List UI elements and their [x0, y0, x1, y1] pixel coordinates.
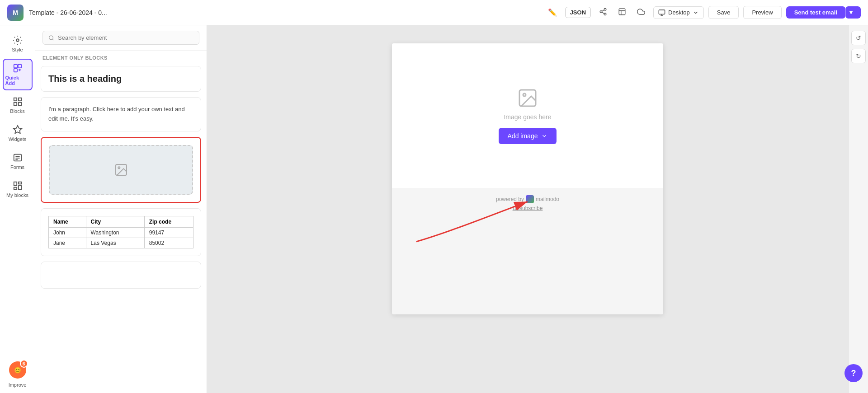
canvas-image-label: Image goes here	[504, 113, 551, 121]
table-cell: Las Vegas	[86, 238, 144, 248]
svg-rect-26	[14, 187, 16, 190]
svg-point-2	[604, 13, 606, 15]
device-selector[interactable]: Desktop	[653, 6, 704, 19]
image-placeholder-icon	[114, 163, 128, 177]
send-test-email-dropdown[interactable]: ▾	[845, 6, 861, 19]
table-header-zip: Zip code	[144, 216, 193, 227]
powered-by: powered by mailmodo	[399, 195, 656, 203]
improve-label: Improve	[9, 382, 27, 388]
sidebar-item-style[interactable]: Style	[3, 31, 33, 57]
blocks-icon	[13, 97, 23, 107]
table-row: John Washington 99147	[49, 227, 193, 238]
redo-button[interactable]: ↻	[851, 49, 866, 63]
svg-line-28	[52, 39, 53, 40]
unsubscribe-link[interactable]: Unsubscribe	[513, 205, 543, 211]
quick-add-icon	[13, 63, 23, 73]
table-block[interactable]: Name City Zip code John Washington 99147…	[41, 208, 201, 256]
share-button[interactable]	[596, 5, 610, 20]
paragraph-text: I'm a paragraph. Click here to add your …	[48, 105, 193, 124]
template-button[interactable]	[615, 5, 629, 20]
canvas-image-placeholder: Image goes here	[504, 87, 551, 121]
search-box	[42, 31, 199, 45]
powered-by-text: powered by	[496, 196, 524, 202]
template-title: Template - 26-06-2024 - 0...	[29, 9, 540, 16]
svg-rect-13	[18, 65, 21, 68]
cloud-button[interactable]	[634, 5, 648, 20]
table: Name City Zip code John Washington 99147…	[48, 216, 193, 248]
image-block[interactable]	[41, 137, 201, 203]
add-image-chevron-icon	[541, 133, 547, 139]
table-header-city: City	[86, 216, 144, 227]
section-label: ELEMENT ONLY BLOCKS	[35, 51, 207, 63]
preview-button[interactable]: Preview	[743, 6, 781, 19]
svg-point-11	[16, 39, 19, 42]
svg-rect-18	[18, 103, 21, 105]
svg-rect-12	[14, 65, 17, 68]
search-icon	[48, 35, 54, 41]
table-cell: Jane	[49, 238, 86, 248]
device-label: Desktop	[668, 9, 690, 16]
canvas-footer: powered by mailmodo Unsubscribe	[392, 188, 663, 219]
sidebar-item-blocks[interactable]: Blocks	[3, 92, 33, 118]
table-cell: 85002	[144, 238, 193, 248]
svg-line-3	[602, 12, 604, 14]
icon-sidebar: Style Quick Add Blocks Widgets Forms My …	[0, 25, 35, 393]
svg-rect-15	[14, 98, 16, 101]
svg-rect-24	[18, 182, 21, 184]
table-cell: John	[49, 227, 86, 238]
mailmodo-brand-name: mailmodo	[536, 196, 559, 202]
sidebar-item-forms[interactable]: Forms	[3, 148, 33, 174]
undo-button[interactable]: ↺	[851, 31, 866, 45]
svg-point-27	[49, 36, 53, 40]
image-preview	[49, 145, 193, 195]
table-header-name: Name	[49, 216, 86, 227]
edit-title-button[interactable]: ✏️	[545, 5, 560, 19]
svg-point-30	[118, 167, 120, 168]
help-button[interactable]: ?	[844, 364, 863, 382]
topbar: M Template - 26-06-2024 - 0... ✏️ JSON D…	[0, 0, 868, 25]
svg-point-32	[523, 94, 526, 96]
svg-rect-5	[619, 9, 625, 15]
sidebar-item-my-blocks[interactable]: My blocks	[3, 176, 33, 202]
elements-panel: ELEMENT ONLY BLOCKS This is a heading I'…	[35, 25, 207, 393]
svg-rect-23	[14, 182, 16, 186]
json-button[interactable]: JSON	[565, 7, 591, 18]
improve-badge: 6	[20, 360, 28, 368]
improve-button[interactable]: 😊 6 Improve	[9, 361, 27, 393]
panel-search-area	[35, 25, 207, 51]
widgets-icon	[13, 125, 23, 135]
save-button[interactable]: Save	[708, 6, 739, 19]
email-canvas: Image goes here Add image powered by mai…	[392, 43, 663, 314]
mailmodo-logo	[526, 195, 534, 203]
canvas-image-section: Image goes here Add image	[392, 43, 663, 188]
svg-point-1	[600, 10, 602, 13]
topbar-right: Desktop Save Preview Send test email ▾	[653, 6, 861, 19]
extra-block[interactable]	[41, 262, 201, 289]
heading-block[interactable]: This is a heading	[41, 66, 201, 92]
forms-icon	[13, 153, 23, 163]
main-layout: Style Quick Add Blocks Widgets Forms My …	[0, 25, 868, 393]
sidebar-item-widgets[interactable]: Widgets	[3, 120, 33, 146]
canvas-area: Image goes here Add image powered by mai…	[207, 25, 848, 393]
right-sidebar: ↺ ↻ ?	[848, 25, 868, 393]
svg-line-4	[602, 9, 604, 11]
paragraph-block[interactable]: I'm a paragraph. Click here to add your …	[41, 97, 201, 131]
svg-rect-25	[18, 186, 21, 189]
sidebar-item-quick-add[interactable]: Quick Add	[3, 59, 33, 90]
svg-rect-8	[659, 10, 665, 14]
svg-rect-14	[14, 69, 17, 72]
heading-text: This is a heading	[48, 74, 193, 84]
send-test-email-button[interactable]: Send test email	[786, 6, 845, 19]
app-logo: M	[7, 5, 24, 21]
add-image-button[interactable]: Add image	[499, 128, 557, 144]
table-row: Jane Las Vegas 85002	[49, 238, 193, 248]
svg-rect-17	[14, 103, 16, 105]
improve-circle: 😊 6	[9, 361, 26, 379]
canvas-image-icon	[517, 87, 538, 109]
svg-point-0	[604, 8, 606, 10]
table-cell: 99147	[144, 227, 193, 238]
my-blocks-icon	[13, 181, 23, 191]
style-icon	[13, 35, 23, 45]
search-input[interactable]	[58, 34, 193, 41]
svg-rect-16	[18, 98, 21, 101]
